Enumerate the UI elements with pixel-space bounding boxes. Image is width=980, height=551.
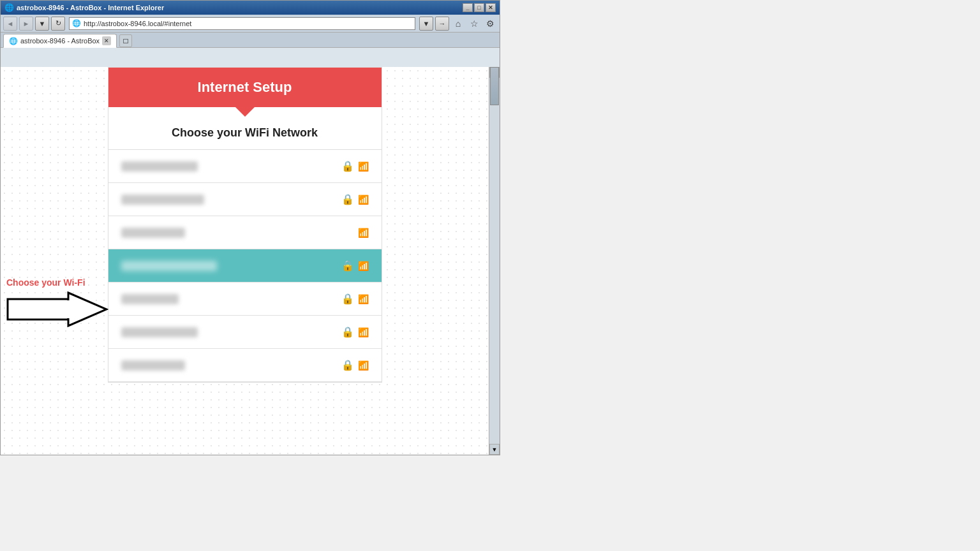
- close-btn[interactable]: ✕: [486, 3, 496, 12]
- dropdown-btn[interactable]: ▼: [35, 17, 49, 31]
- network-name: HOME_NET____: [121, 327, 341, 337]
- signal-icon: 📶: [358, 161, 369, 172]
- address-icon: 🌐: [72, 19, 81, 27]
- network-name: XNET_5GHz__: [121, 195, 341, 205]
- lock-icon: 🔒: [341, 193, 354, 205]
- window-title: astrobox-8946 - AstroBox - Internet Expl…: [17, 4, 164, 11]
- lock-icon: 🔒: [341, 359, 354, 371]
- page-content: Internet Setup Choose your WiFi Network …: [1, 67, 489, 455]
- search-dropdown-btn[interactable]: ▼: [419, 17, 433, 31]
- arrow-annotation: Choose your Wi-Fi: [6, 277, 108, 327]
- network-name-text: BrightFi__: [121, 228, 185, 238]
- back-btn[interactable]: ◄: [3, 17, 17, 31]
- annotation-arrow: [6, 291, 108, 327]
- browser-content: Internet Setup Choose your WiFi Network …: [1, 67, 489, 455]
- favorites-btn[interactable]: ☆: [467, 17, 481, 31]
- network-item[interactable]: CXNR_2___ 🔒 📶: [108, 283, 382, 316]
- network-icons: 🔒 📶: [341, 260, 369, 272]
- scroll-down-btn[interactable]: ▼: [489, 444, 500, 455]
- go-btn[interactable]: →: [435, 17, 449, 31]
- network-name-text: GuestWifi_: [121, 360, 185, 371]
- address-bar[interactable]: 🌐 http://astrobox-8946.local/#internet: [69, 17, 415, 30]
- lock-icon: 🔒: [341, 326, 354, 338]
- signal-icon: 📶: [358, 327, 369, 337]
- network-name-text: HOME_NET____: [121, 327, 198, 337]
- network-icons: 🔒 📶: [341, 326, 369, 338]
- browser-icon: 🌐: [4, 3, 13, 12]
- signal-icon: 📶: [358, 228, 369, 238]
- title-bar: 🌐 astrobox-8946 - AstroBox - Internet Ex…: [1, 1, 500, 15]
- restore-btn[interactable]: □: [474, 3, 484, 12]
- network-name: BrightFi__: [121, 228, 358, 238]
- tab-bar: 🌐 astrobox-8946 - AstroBox ✕ □: [1, 33, 500, 48]
- lock-icon: 🔒: [341, 160, 354, 172]
- lock-icon: 🔒: [341, 293, 354, 305]
- url-text: http://astrobox-8946.local/#internet: [84, 20, 191, 27]
- svg-marker-1: [68, 293, 107, 326]
- network-name: GuestWifi_: [121, 360, 341, 371]
- minimize-btn[interactable]: _: [463, 3, 473, 12]
- card-body: Choose your WiFi Network XXXXXXXXXX 🔒: [108, 107, 382, 382]
- network-icons: 🔒 📶: [341, 293, 369, 305]
- network-name-text: MyHomeNetwork__: [121, 261, 217, 271]
- home-btn[interactable]: ⌂: [451, 17, 465, 31]
- network-item[interactable]: XNET_5GHz__ 🔒 📶: [108, 183, 382, 216]
- nav-bar: ◄ ► ▼ ↻ 🌐 http://astrobox-8946.local/#in…: [1, 15, 500, 33]
- window-controls: _ □ ✕: [463, 3, 496, 12]
- settings-btn[interactable]: ⚙: [483, 17, 497, 31]
- tab-label: astrobox-8946 - AstroBox: [20, 37, 100, 45]
- content-wrapper: Internet Setup Choose your WiFi Network …: [1, 67, 489, 383]
- network-icons: 🔒 📶: [341, 359, 369, 371]
- active-tab[interactable]: 🌐 astrobox-8946 - AstroBox ✕: [3, 34, 117, 48]
- card-header-title: Internet Setup: [198, 79, 292, 95]
- wifi-setup-card: Internet Setup Choose your WiFi Network …: [108, 67, 382, 383]
- network-icons: 🔒 📶: [341, 193, 369, 205]
- forward-btn[interactable]: ►: [19, 17, 33, 31]
- network-item[interactable]: BrightFi__ 📶: [108, 216, 382, 249]
- network-name-text: XNET_5GHz__: [121, 195, 204, 205]
- new-tab-btn[interactable]: □: [119, 34, 132, 47]
- signal-icon: 📶: [358, 261, 369, 271]
- network-name: CXNR_2___: [121, 294, 341, 304]
- annotation-label: Choose your Wi-Fi: [6, 277, 85, 288]
- network-item-selected[interactable]: MyHomeNetwork__ 🔒 📶: [108, 249, 382, 283]
- lock-icon: 🔒: [341, 260, 354, 272]
- signal-icon: 📶: [358, 195, 369, 205]
- network-icons: 📶: [358, 228, 369, 238]
- svg-rect-0: [8, 299, 68, 320]
- refresh-btn[interactable]: ↻: [51, 17, 65, 31]
- network-list: XXXXXXXXXX 🔒 📶 XNET_5GHz__: [108, 150, 382, 382]
- scrollbar[interactable]: ▲ ▼: [489, 67, 500, 455]
- network-name: XXXXXXXXXX: [121, 161, 341, 172]
- scrollbar-thumb[interactable]: [490, 67, 499, 105]
- card-header: Internet Setup: [108, 68, 382, 107]
- network-item[interactable]: HOME_NET____ 🔒 📶: [108, 316, 382, 349]
- network-name: MyHomeNetwork__: [121, 261, 341, 271]
- browser-window: 🌐 astrobox-8946 - AstroBox - Internet Ex…: [0, 0, 500, 455]
- network-name-text: XXXXXXXXXX: [121, 161, 198, 172]
- signal-icon: 📶: [358, 294, 369, 304]
- network-name-text: CXNR_2___: [121, 294, 179, 304]
- tab-icon: 🌐: [9, 37, 18, 45]
- tab-close-btn[interactable]: ✕: [102, 36, 111, 45]
- network-icons: 🔒 📶: [341, 160, 369, 172]
- signal-icon: 📶: [358, 360, 369, 371]
- network-item[interactable]: GuestWifi_ 🔒 📶: [108, 349, 382, 382]
- network-item[interactable]: XXXXXXXXXX 🔒 📶: [108, 150, 382, 183]
